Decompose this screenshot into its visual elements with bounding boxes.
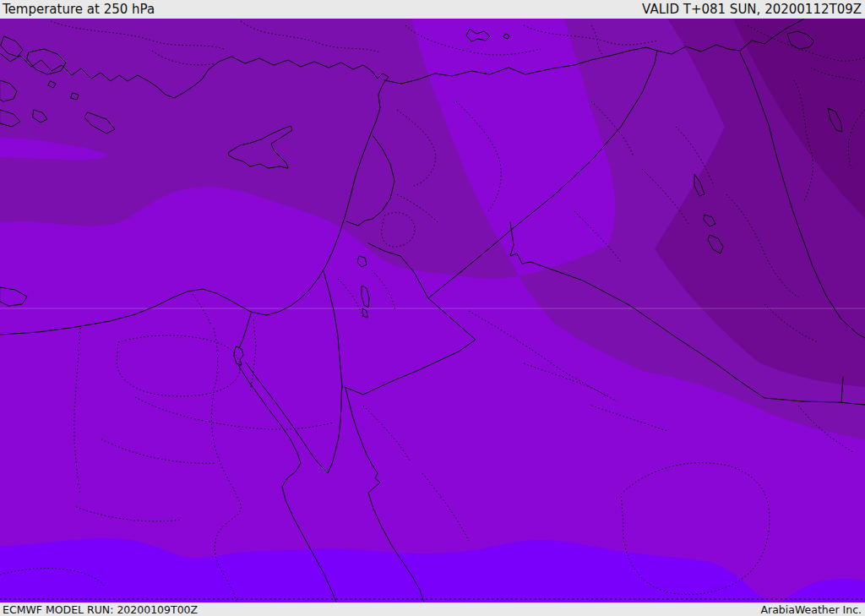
header-bar: Temperature at 250 hPa VALID T+081 SUN, …	[0, 0, 865, 19]
provider-label: ArabiaWeather Inc.	[761, 603, 862, 616]
footer-bar: ECMWF MODEL RUN: 20200109T00Z ArabiaWeat…	[0, 602, 865, 616]
page-title: Temperature at 250 hPa	[3, 2, 155, 17]
temperature-map-canvas	[0, 19, 865, 602]
model-run-label: ECMWF MODEL RUN: 20200109T00Z	[3, 603, 198, 616]
valid-time-label: VALID T+081 SUN, 20200112T09Z	[642, 2, 862, 17]
weather-map-window: Temperature at 250 hPa VALID T+081 SUN, …	[0, 0, 865, 616]
